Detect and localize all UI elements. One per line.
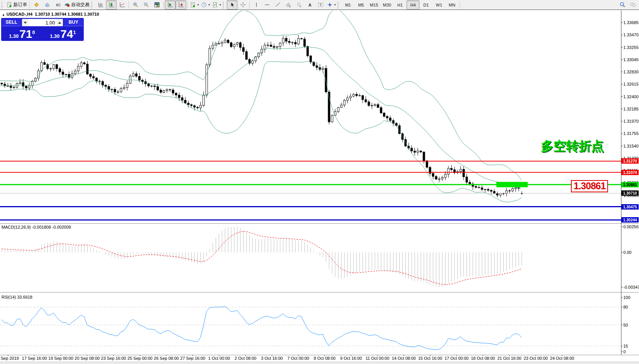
sell-price[interactable]: 1.30 71 0 bbox=[2, 27, 42, 40]
current-price-badge: 1.30710 bbox=[621, 190, 639, 196]
rsi-indicator-label: RSI(14) 33.6618 bbox=[2, 295, 33, 299]
macd-indicator-label: MACD(12,26,9) -0.001808 -0.002009 bbox=[2, 225, 71, 229]
time-axis-label: 23 Sep 16:00 bbox=[101, 356, 126, 361]
macd-axis-tick: 0.002561 bbox=[623, 224, 639, 229]
price-level-badge: 1.30244 bbox=[621, 217, 639, 223]
price-level-badge: 1.30861 bbox=[621, 182, 639, 187]
macd-axis-tick: -0.003479 bbox=[623, 285, 639, 289]
expand-arrow-icon[interactable]: ▲ bbox=[2, 13, 5, 16]
time-axis-label: 23 Oct 00:00 bbox=[524, 356, 548, 361]
time-axis-label: 17 Oct 00:00 bbox=[445, 356, 469, 361]
price-axis-tick: 1.33470 bbox=[623, 32, 639, 37]
window-bottom-edge bbox=[0, 362, 639, 364]
macd-axis-tick: 0.00 bbox=[623, 250, 631, 255]
price-level-badge: 1.31270 bbox=[621, 158, 639, 164]
time-axis-label: 11 Oct 00:00 bbox=[366, 356, 389, 361]
time-axis-label: 20 Sep 08:00 bbox=[75, 356, 99, 361]
time-axis-label: 9 Oct 16:00 bbox=[340, 356, 362, 361]
time-axis-label: 17 Sep 16:00 bbox=[22, 356, 47, 361]
up-arrow-icon bbox=[58, 22, 61, 24]
down-arrow-icon bbox=[24, 22, 27, 24]
time-axis-label: 24 Oct 08:00 bbox=[550, 356, 574, 361]
highlight-zone bbox=[496, 182, 528, 187]
sell-price-big: 71 bbox=[20, 28, 32, 40]
sell-price-sup: 0 bbox=[32, 29, 35, 35]
buy-price-small: 1.30 bbox=[50, 33, 60, 39]
price-level-badge: 1.30475 bbox=[621, 204, 639, 210]
price-axis-tick: 1.32185 bbox=[623, 107, 639, 111]
main-macd-separator[interactable] bbox=[0, 223, 639, 225]
price-axis-tick: 1.32830 bbox=[623, 70, 639, 74]
buy-price-big: 74 bbox=[60, 28, 73, 40]
price-axis-tick: 1.33255 bbox=[623, 45, 639, 50]
macd-rsi-separator[interactable] bbox=[0, 292, 639, 294]
price-axis-tick: 1.32400 bbox=[623, 94, 639, 99]
rsi-axis-tick: 0 bbox=[623, 349, 626, 354]
chart-title: ▲USDCAD-,H4 1.30710 1.30744 1.30681 1.30… bbox=[2, 12, 99, 16]
macd-panel-layer bbox=[2, 227, 522, 287]
sell-button[interactable]: SELL bbox=[2, 19, 21, 26]
metatrader-window: 新订单自动交易▾▾▾EFAT▾M1M5M15M30H1H4D1W1MN ▲USD… bbox=[0, 0, 639, 364]
time-axis-label: 14 Oct 08:00 bbox=[392, 356, 416, 361]
volume-decrease-button[interactable] bbox=[22, 19, 28, 26]
time-axis-label: 25 Sep 00:00 bbox=[127, 356, 152, 361]
time-axis-label: 8 Oct 08:00 bbox=[314, 356, 336, 361]
rsi-axis-tick: 50 bbox=[623, 323, 628, 327]
chart-text-annotation: 多空转折点 bbox=[541, 138, 604, 155]
price-axis-tick: 1.33045 bbox=[623, 57, 639, 62]
time-axis-label: 26 Sep 08:00 bbox=[154, 356, 179, 361]
symbol-name: USDCAD-,H4 bbox=[7, 12, 33, 16]
price-callout-label: 1.30861 bbox=[571, 180, 608, 192]
price-level-badge: 1.31074 bbox=[621, 170, 639, 175]
sell-price-small: 1.30 bbox=[9, 33, 19, 39]
time-axis-label: 18 Oct 08:00 bbox=[471, 356, 495, 361]
ohlc-values: 1.30710 1.30744 1.30681 1.30710 bbox=[35, 12, 99, 16]
buy-price[interactable]: 1.30 74 1 bbox=[43, 27, 83, 40]
axis-ticks bbox=[8, 23, 623, 356]
time-axis-label: 21 Oct 16:00 bbox=[498, 356, 522, 361]
one-click-trading-panel: SELL BUY 1.30 71 0 1.30 74 1 bbox=[1, 18, 84, 41]
time-axis-label: 2 Oct 08:00 bbox=[235, 356, 257, 361]
price-axis-tick: 1.31970 bbox=[623, 119, 639, 123]
time-axis-label: 3 Oct 16:00 bbox=[261, 356, 283, 361]
price-axis-tick: 1.32615 bbox=[623, 82, 639, 86]
rsi-panel-layer bbox=[0, 307, 621, 350]
rsi-axis-tick: 80 bbox=[623, 305, 628, 309]
buy-price-sup: 1 bbox=[73, 29, 76, 35]
volume-increase-button[interactable] bbox=[57, 19, 63, 26]
price-axis-tick: 1.31755 bbox=[623, 131, 639, 136]
time-axis-label: 27 Sep 16:00 bbox=[180, 356, 205, 361]
chart-area[interactable] bbox=[0, 0, 639, 364]
time-axis-label: 15 Oct 16:00 bbox=[418, 356, 442, 361]
rsi-axis-tick: 100 bbox=[623, 295, 630, 300]
volume-input[interactable] bbox=[28, 19, 57, 26]
price-axis-tick: 1.31540 bbox=[623, 144, 639, 148]
time-axis-label: 1 Oct 00:00 bbox=[208, 356, 230, 361]
time-axis-label: 19 Sep 00:00 bbox=[48, 356, 73, 361]
rsi-axis-tick: 15 bbox=[623, 344, 628, 348]
price-axis-tick: 1.33685 bbox=[623, 20, 639, 25]
time-axis-label: 6 Sep 2019 bbox=[0, 356, 19, 361]
buy-button[interactable]: BUY bbox=[64, 19, 83, 26]
time-axis-label: 7 Oct 00:00 bbox=[288, 356, 309, 361]
